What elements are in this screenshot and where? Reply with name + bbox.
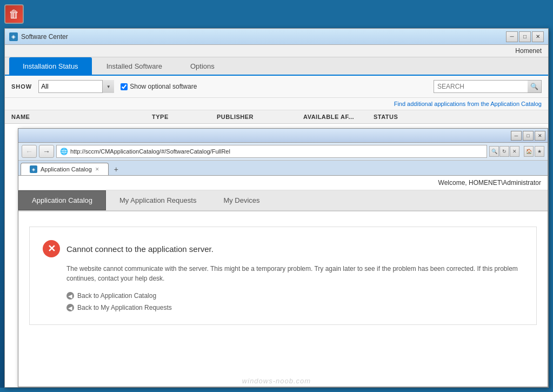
toolbar-row: SHOW All Required Optional ▼ Show option…	[5, 76, 548, 98]
address-actions: 🔍 ↻ ✕	[489, 146, 519, 157]
show-optional-label: Show optional software	[130, 83, 197, 90]
col-header-type: TYPE	[152, 114, 217, 120]
app-tab-devices[interactable]: My Devices	[210, 190, 273, 210]
col-header-available: AVAILABLE AF...	[303, 114, 374, 120]
minimize-button[interactable]: ─	[506, 31, 518, 42]
error-title: Cannot connect to the application server…	[66, 244, 214, 254]
error-icon: ✕	[43, 240, 60, 257]
search-icon: 🔍	[530, 83, 538, 90]
show-dropdown-wrapper[interactable]: All Required Optional ▼	[38, 80, 114, 93]
search-button[interactable]: 🔍	[528, 80, 542, 93]
title-bar: ◈ Software Center ─ □ ✕	[5, 29, 548, 45]
close-button[interactable]: ✕	[532, 31, 544, 42]
home-button[interactable]: 🏠	[524, 146, 534, 157]
app-icon-symbol: ◈	[11, 34, 16, 39]
error-description: The website cannot communicate with the …	[66, 264, 523, 283]
left-sidebar-bar	[0, 28, 4, 388]
homenet-label: Homenet	[515, 47, 542, 55]
title-bar-left: ◈ Software Center	[9, 32, 68, 41]
back-arrow-requests-icon: ◀	[66, 304, 74, 311]
column-headers: NAME TYPE PUBLISHER AVAILABLE AF... STAT…	[5, 110, 548, 124]
browser-title-bar: ─ □ ✕	[18, 129, 548, 143]
tab-installation-status[interactable]: Installation Status	[9, 57, 92, 75]
app-icon: ◈	[9, 32, 18, 41]
browser-close-button[interactable]: ✕	[535, 131, 545, 141]
app-tab-requests[interactable]: My Application Requests	[106, 190, 210, 210]
app-tab-catalog[interactable]: Application Catalog	[18, 190, 106, 210]
homenet-bar: Homenet	[5, 45, 548, 57]
welcome-text: Welcome, HOMENET\Administrator	[438, 179, 541, 187]
show-dropdown[interactable]: All Required Optional	[38, 80, 114, 93]
back-to-catalog-link[interactable]: ◀ Back to Application Catalog	[66, 292, 523, 300]
restore-button[interactable]: □	[519, 31, 531, 42]
window-controls: ─ □ ✕	[506, 31, 544, 42]
search-wrapper: 🔍	[434, 80, 542, 93]
software-center-window: ◈ Software Center ─ □ ✕ Homenet Installa…	[4, 28, 549, 388]
tab-installed-software[interactable]: Installed Software	[93, 57, 176, 75]
browser-tab-label: Application Catalog	[41, 166, 92, 172]
browser-restore-button[interactable]: □	[523, 131, 534, 141]
new-tab-button[interactable]: +	[110, 163, 123, 175]
col-header-publisher: PUBLISHER	[217, 114, 303, 120]
back-catalog-label: Back to Application Catalog	[77, 292, 156, 300]
error-box: ✕ Cannot connect to the application serv…	[29, 227, 537, 325]
address-search-btn[interactable]: 🔍	[489, 146, 499, 157]
browser-window: ─ □ ✕ ← → 🌐 http://sccm/CMApplicationCat…	[18, 128, 548, 387]
address-close-btn[interactable]: ✕	[510, 146, 519, 157]
browser-home-area: 🏠 ★	[524, 146, 544, 157]
welcome-bar: Welcome, HOMENET\Administrator	[18, 176, 548, 190]
address-refresh-btn[interactable]: ↻	[499, 146, 509, 157]
content-area: ─ □ ✕ ← → 🌐 http://sccm/CMApplicationCat…	[5, 124, 548, 387]
browser-tab-strip: ◈ Application Catalog ✕ +	[18, 161, 548, 176]
browser-tab-close-icon[interactable]: ✕	[95, 167, 99, 172]
back-button[interactable]: ←	[22, 145, 37, 158]
trash-icon: 🗑	[9, 8, 19, 21]
show-optional-checkbox-label[interactable]: Show optional software	[121, 83, 197, 90]
col-header-name: NAME	[11, 114, 152, 120]
show-optional-checkbox[interactable]	[121, 83, 128, 90]
back-requests-label: Back to My Application Requests	[77, 304, 172, 311]
browser-tab-icon: ◈	[30, 165, 37, 173]
error-content: ✕ Cannot connect to the application serv…	[18, 211, 548, 387]
address-url: http://sccm/CMApplicationCatalog/#/Softw…	[70, 148, 483, 155]
browser-active-tab[interactable]: ◈ Application Catalog ✕	[21, 163, 109, 175]
browser-nav-bar: ← → 🌐 http://sccm/CMApplicationCatalog/#…	[18, 143, 548, 161]
tab-options[interactable]: Options	[177, 57, 228, 75]
window-title: Software Center	[21, 33, 68, 41]
catalog-link[interactable]: Find additional applications from the Ap…	[394, 101, 542, 107]
back-to-requests-link[interactable]: ◀ Back to My Application Requests	[66, 304, 523, 311]
address-bar: 🌐 http://sccm/CMApplicationCatalog/#/Sof…	[56, 145, 487, 158]
browser-minimize-button[interactable]: ─	[511, 131, 522, 141]
error-header: ✕ Cannot connect to the application serv…	[43, 240, 523, 257]
back-arrow-icon: ◀	[66, 292, 74, 300]
favorites-button[interactable]: ★	[535, 146, 544, 157]
col-header-status: STATUS	[374, 114, 428, 120]
search-input[interactable]	[434, 80, 542, 93]
app-catalog-nav: Application Catalog My Application Reque…	[18, 190, 548, 211]
address-icon: 🌐	[60, 148, 68, 155]
show-label: SHOW	[11, 83, 32, 90]
main-tab-bar: Installation Status Installed Software O…	[5, 57, 548, 76]
forward-button[interactable]: →	[39, 145, 54, 158]
catalog-link-row: Find additional applications from the Ap…	[5, 98, 548, 110]
taskbar-icon[interactable]: 🗑	[4, 4, 24, 24]
